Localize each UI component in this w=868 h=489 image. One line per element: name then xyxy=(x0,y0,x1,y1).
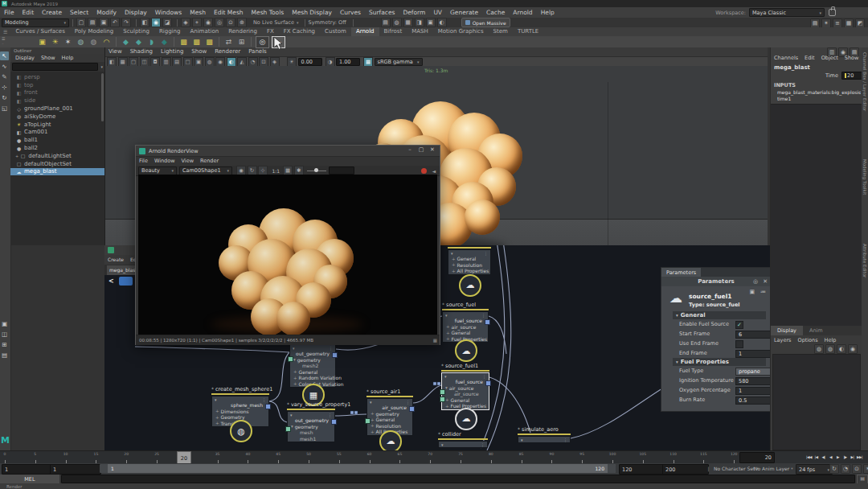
shelf-icon-12[interactable]: ▩ xyxy=(178,37,189,47)
render-icon-2[interactable]: ▦ xyxy=(403,18,413,27)
render-icon-0[interactable]: ▤ xyxy=(381,18,391,27)
layer-option-icon-1[interactable]: ◍ xyxy=(825,344,835,354)
side-tab-attribute-editor[interactable]: Attribute Editor xyxy=(862,244,867,277)
gain-field[interactable] xyxy=(329,166,354,175)
workspace-select[interactable]: Maya Classic▾ xyxy=(749,8,825,17)
node-row-air-source[interactable]: air_source xyxy=(442,391,489,397)
layout-shortcut-3[interactable]: ▤ xyxy=(0,351,9,360)
layout-shortcut-2[interactable]: ⊞ xyxy=(0,340,9,349)
viewport-menu-shading[interactable]: Shading xyxy=(126,47,157,56)
checkbox[interactable]: ✓ xyxy=(735,321,743,329)
outliner-item-mega_blast[interactable]: ☁mega_blast xyxy=(10,168,104,176)
shelf-tab-rigging[interactable]: Rigging xyxy=(154,27,186,36)
shelf-icon-1[interactable]: ☀ xyxy=(50,37,60,47)
tool-icon-1[interactable]: ∿ xyxy=(0,62,9,71)
gamma-field[interactable]: 1.00 xyxy=(336,58,360,66)
cloud-node-icon[interactable]: ☁ xyxy=(455,408,477,430)
selection-mask-icon-1[interactable]: ◉ xyxy=(151,18,161,27)
playback-button-3[interactable]: ◀ xyxy=(827,452,834,462)
input-node-item[interactable]: time1 xyxy=(777,96,861,102)
tool-icon-5[interactable]: ◱ xyxy=(0,104,9,113)
viewport-menu-view[interactable]: View xyxy=(104,47,126,56)
snap-icon-1[interactable]: ⌖ xyxy=(192,18,202,27)
camera-icon[interactable]: ▣ xyxy=(749,289,755,295)
node-row-general[interactable]: +General xyxy=(443,330,488,336)
render-image-area[interactable] xyxy=(138,175,437,335)
layer-list-area[interactable] xyxy=(772,354,861,450)
shelf-icon-8[interactable]: ◆ xyxy=(133,37,144,47)
shelf-tab-arnold[interactable]: Arnold xyxy=(351,27,379,36)
shelf-icon-13[interactable]: ▩ xyxy=(191,37,202,47)
shelf-tab-fx-caching[interactable]: FX Caching xyxy=(279,27,320,36)
playback-button-4[interactable]: ▶ xyxy=(834,452,841,462)
shelf-tab-fx[interactable]: FX xyxy=(262,27,279,36)
layer-tab-anim[interactable]: Anim xyxy=(803,326,829,335)
shelf-tab-motion-graphics[interactable]: Motion Graphics xyxy=(433,27,489,36)
tool-icon-0[interactable]: ↖ xyxy=(0,51,9,60)
node-row-all-properties[interactable]: +All Properties xyxy=(448,268,490,274)
snap-icon-0[interactable]: ◈ xyxy=(181,18,190,27)
shelf-tab-rendering[interactable]: Rendering xyxy=(223,27,262,36)
node-create_mesh_sphere1[interactable]: *create_mesh_sphere1▾⋮sphere_mesh+Dimens… xyxy=(211,386,269,427)
mute-icon[interactable]: ◄ xyxy=(432,168,436,174)
node-editor-badge[interactable] xyxy=(119,277,133,286)
shelf-tab-bifrost[interactable]: Bifrost xyxy=(379,27,407,36)
shelf-tab-turtle[interactable]: TURTLE xyxy=(513,27,543,36)
node-row-out-geometry[interactable]: out_geometry xyxy=(290,351,335,357)
shelf-icon-16[interactable]: ⇄ xyxy=(223,37,234,47)
lock-icon[interactable] xyxy=(829,9,836,16)
input-port[interactable] xyxy=(365,418,371,424)
outliner-filter-caret[interactable]: ▾ xyxy=(100,64,103,69)
node-row-air-source[interactable]: +air_source xyxy=(443,324,488,331)
shelf-icon-17[interactable]: ⊞ xyxy=(236,37,247,47)
fps-select[interactable]: 24 fps▾ xyxy=(796,464,833,475)
node-row-dimensions[interactable]: +Dimensions xyxy=(212,409,268,415)
playback-end-field[interactable]: 120 xyxy=(619,464,665,475)
anim-layer-select[interactable]: No Anim Layer ▾ xyxy=(754,464,792,473)
node-unnamed[interactable]: ▾⋮+General+Resolution+All Properties☁ xyxy=(448,246,491,275)
tool-icon-2[interactable]: ✎ xyxy=(0,72,9,81)
tool-icon-3[interactable]: ⊹ xyxy=(0,83,9,92)
layer-option-icon-0[interactable]: ◍ xyxy=(814,344,824,354)
render-icon-5[interactable]: ◐ xyxy=(437,18,447,27)
outliner-item-front[interactable]: ◧front xyxy=(10,89,104,97)
gain-slider[interactable] xyxy=(307,171,326,171)
live-surface-label[interactable]: No Live Surface xyxy=(253,19,294,26)
menubar-item-windows[interactable]: Windows xyxy=(151,7,186,18)
snap-icon-3[interactable]: ◎ xyxy=(215,18,224,27)
close-icon[interactable]: ✕ xyxy=(763,278,768,285)
open-massive-button[interactable]: Open Massive xyxy=(461,18,510,27)
shelf-icon-0[interactable]: ▣ xyxy=(37,37,47,47)
snap-icon-4[interactable]: ⊙ xyxy=(226,18,235,27)
menubar-item-file[interactable]: File xyxy=(0,7,18,18)
command-language-button[interactable]: MEL xyxy=(0,475,59,483)
outliner-item-top[interactable]: ◧top xyxy=(10,81,104,89)
minimize-button[interactable]: – xyxy=(404,146,416,153)
layer-tab-display[interactable]: Display xyxy=(771,326,803,335)
history-icon-0[interactable]: ↶ xyxy=(110,18,120,27)
anim-icon-1[interactable]: ◔ xyxy=(841,464,850,474)
outliner-search-input[interactable] xyxy=(12,63,98,71)
input-node-item[interactable]: mega_blast_materials:big_explosion_mat..… xyxy=(777,89,861,96)
node-row-mesh1[interactable]: mesh1 xyxy=(288,436,334,442)
back-chevron[interactable]: < xyxy=(108,277,114,285)
arnold-renderview-window[interactable]: Arnold RenderView – ▢ ✕ FileWindowViewRe… xyxy=(135,145,440,345)
renderview-menu-window[interactable]: Window xyxy=(151,157,178,166)
input-port[interactable] xyxy=(440,397,445,402)
layout-shortcut-1[interactable]: ◫ xyxy=(0,330,9,339)
viewport-menu-panels[interactable]: Panels xyxy=(244,47,271,56)
cloud-node-icon[interactable]: ☁ xyxy=(455,339,477,362)
playback-button-7[interactable]: ▶▶| xyxy=(856,452,863,462)
zoom-ratio-label[interactable]: 1:1 xyxy=(272,168,280,174)
outliner-item-side[interactable]: ◧side xyxy=(10,97,104,105)
render-camera-select[interactable]: Cam00Shape1▾ xyxy=(179,166,232,175)
history-icon-1[interactable]: ↷ xyxy=(121,18,131,27)
menubar-item-uv[interactable]: UV xyxy=(429,7,446,18)
menubar-item-cache[interactable]: Cache xyxy=(482,7,509,18)
node-row-general[interactable]: +General xyxy=(442,397,489,404)
input-port[interactable] xyxy=(288,356,293,362)
playback-start-field[interactable]: 1 xyxy=(50,464,101,475)
shelf-tab-stem[interactable]: Stem xyxy=(489,27,513,36)
menubar-item-modify[interactable]: Modify xyxy=(92,7,121,18)
node-row-geometry[interactable]: ▾geometry xyxy=(290,357,335,364)
